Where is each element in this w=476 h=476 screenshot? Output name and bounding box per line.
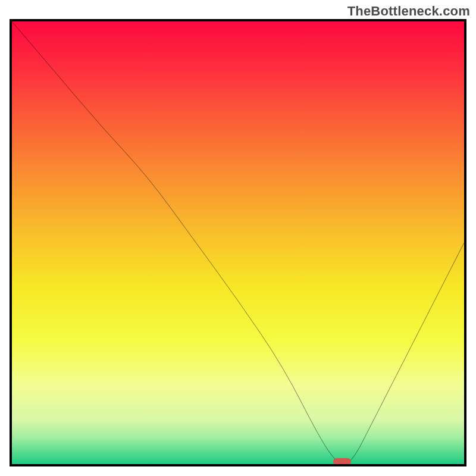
plot-area bbox=[10, 19, 466, 466]
chart-container: TheBottleneck.com bbox=[0, 0, 476, 476]
watermark-label: TheBottleneck.com bbox=[347, 4, 470, 19]
bottleneck-curve bbox=[12, 21, 464, 464]
flat-bottleneck-marker bbox=[333, 458, 351, 465]
